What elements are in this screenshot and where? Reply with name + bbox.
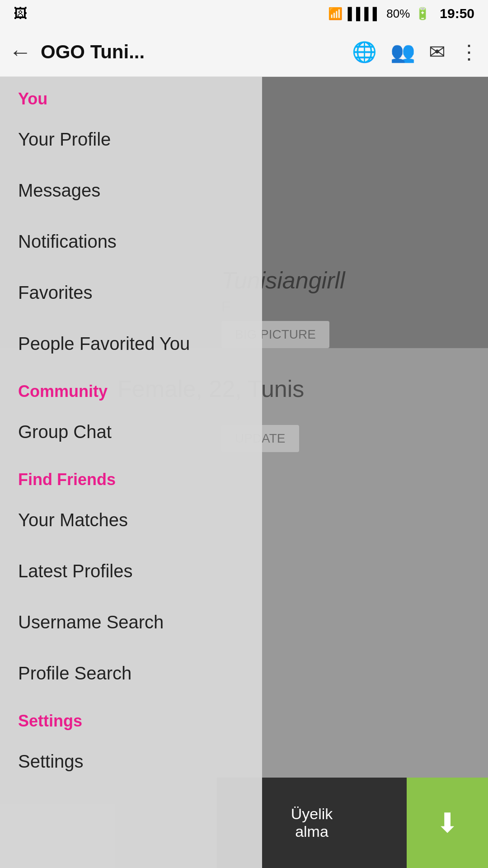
section-header-settings: Settings	[0, 699, 262, 736]
menu-item-group-chat[interactable]: Group Chat	[0, 406, 262, 458]
menu-item-username-search[interactable]: Username Search	[0, 597, 262, 648]
photo-icon: 🖼	[14, 6, 27, 21]
wifi-icon: 📶	[328, 7, 343, 21]
signal-icon: ▌▌▌▌	[348, 7, 381, 21]
menu-item-profile-search[interactable]: Profile Search	[0, 648, 262, 699]
app-bar: ← OGO Tuni... 🌐 👥 ✉ ⋮	[0, 27, 488, 77]
battery-level: 80%	[386, 7, 410, 21]
more-options-icon[interactable]: ⋮	[459, 40, 479, 63]
friends-icon[interactable]: 👥	[390, 40, 415, 64]
menu-item-messages[interactable]: Messages	[0, 165, 262, 216]
menu-item-favorites[interactable]: Favorites	[0, 267, 262, 318]
menu-item-settings[interactable]: Settings	[0, 736, 262, 787]
app-title: OGO Tuni...	[41, 41, 352, 63]
menu-item-latest-profiles[interactable]: Latest Profiles	[0, 546, 262, 597]
message-icon[interactable]: ✉	[429, 40, 446, 63]
clock: 19:50	[440, 6, 474, 21]
menu-item-your-profile[interactable]: Your Profile	[0, 114, 262, 165]
globe-icon[interactable]: 🌐	[352, 40, 377, 64]
drawer-overlay: You Your Profile Messages Notifications …	[0, 77, 488, 868]
menu-item-notifications[interactable]: Notifications	[0, 216, 262, 267]
battery-icon: 🔋	[415, 7, 430, 21]
menu-item-people-favorited-you[interactable]: People Favorited You	[0, 318, 262, 369]
section-header-community: Community	[0, 369, 262, 406]
back-button[interactable]: ←	[9, 39, 32, 65]
section-header-find-friends: Find Friends	[0, 458, 262, 495]
navigation-drawer: You Your Profile Messages Notifications …	[0, 77, 262, 868]
section-header-you: You	[0, 77, 262, 114]
menu-item-your-matches[interactable]: Your Matches	[0, 495, 262, 546]
status-bar: 🖼 📶 ▌▌▌▌ 80% 🔋 19:50	[0, 0, 488, 27]
